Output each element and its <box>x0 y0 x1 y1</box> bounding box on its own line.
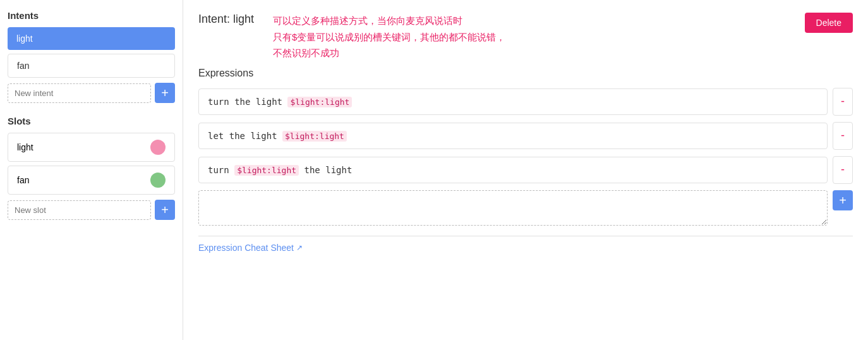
new-expression-row: + <box>198 190 853 226</box>
slot-label-light: light <box>17 142 33 152</box>
add-slot-button[interactable]: + <box>155 200 175 220</box>
new-intent-row: + <box>8 83 175 103</box>
main-content: Intent: light 可以定义多种描述方式，当你向麦克风说话时 只有$变量… <box>183 0 868 340</box>
slot-dot-fan <box>150 173 166 188</box>
intents-section-title: Intents <box>8 10 175 21</box>
divider <box>198 236 853 236</box>
slot-item-fan[interactable]: fan <box>8 166 175 195</box>
expression-input-3[interactable]: turn $light:light the light <box>198 157 828 183</box>
expression-row-3: turn $light:light the light - <box>198 156 853 184</box>
intent-title: Intent: light <box>198 13 254 26</box>
expression-row-2: let the light $light:light - <box>198 122 853 150</box>
new-expression-input[interactable] <box>198 190 828 226</box>
slots-section: Slots light fan + <box>8 116 175 220</box>
intent-item-fan[interactable]: fan <box>8 54 175 78</box>
expression-text-2: let the light $light:light <box>208 131 347 141</box>
expr-slot-3: $light:light <box>234 165 299 176</box>
new-slot-row: + <box>8 200 175 220</box>
expression-text-1: turn the light $light:light <box>208 97 352 107</box>
slots-section-title: Slots <box>8 116 175 126</box>
remove-expression-2-button[interactable]: - <box>833 122 853 150</box>
expressions-title: Expressions <box>198 68 853 79</box>
expr-prefix-3: turn <box>208 165 234 175</box>
intent-item-light[interactable]: light <box>8 27 175 50</box>
slot-label-fan: fan <box>17 175 29 185</box>
expression-row-1: turn the light $light:light - <box>198 88 853 116</box>
slot-item-light[interactable]: light <box>8 133 175 162</box>
expr-prefix-1: turn the light <box>208 97 287 107</box>
expression-text-3: turn $light:light the light <box>208 165 352 175</box>
add-expression-button[interactable]: + <box>833 190 853 210</box>
sidebar: Intents light fan + Slots light fan + <box>0 0 183 340</box>
expression-input-2[interactable]: let the light $light:light <box>198 123 828 149</box>
new-slot-input[interactable] <box>8 200 151 220</box>
expr-slot-1: $light:light <box>287 97 352 107</box>
cheat-sheet-label: Expression Cheat Sheet <box>198 243 294 253</box>
new-intent-input[interactable] <box>8 83 151 103</box>
intent-header: Intent: light 可以定义多种描述方式，当你向麦克风说话时 只有$变量… <box>198 13 853 61</box>
delete-button[interactable]: Delete <box>805 13 853 33</box>
remove-expression-1-button[interactable]: - <box>833 88 853 116</box>
expr-suffix-3: the light <box>299 165 352 175</box>
cheat-sheet-link[interactable]: Expression Cheat Sheet ↗ <box>198 243 303 253</box>
expression-input-1[interactable]: turn the light $light:light <box>198 88 828 115</box>
intent-note: 可以定义多种描述方式，当你向麦克风说话时 只有$变量可以说成别的槽关键词，其他的… <box>273 13 792 61</box>
remove-expression-3-button[interactable]: - <box>833 156 853 184</box>
expr-prefix-2: let the light <box>208 131 282 141</box>
add-intent-button[interactable]: + <box>155 83 175 103</box>
slot-dot-light <box>150 140 166 155</box>
expr-slot-2: $light:light <box>282 131 347 142</box>
external-link-icon: ↗ <box>296 243 303 252</box>
